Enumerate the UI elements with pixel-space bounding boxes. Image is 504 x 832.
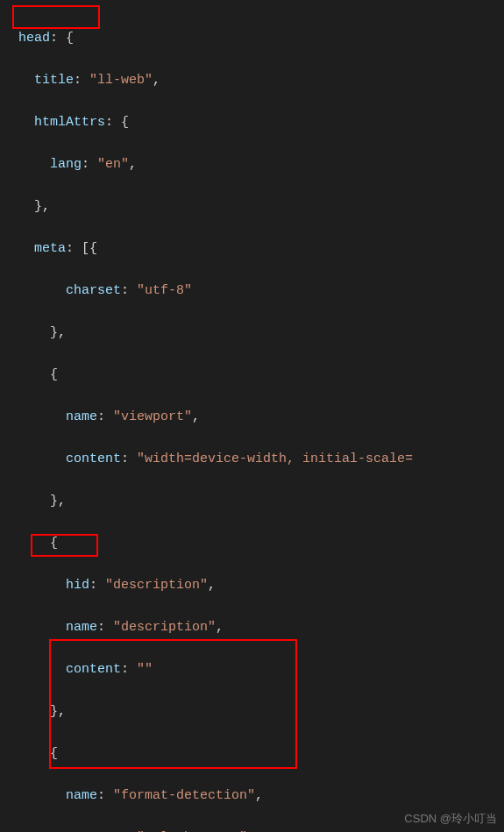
code-line: }, xyxy=(11,196,504,217)
code-line: { xyxy=(11,533,504,554)
code-line: }, xyxy=(11,701,504,722)
watermark-text: CSDN @玲小叮当 xyxy=(404,810,497,828)
code-line: }, xyxy=(11,491,504,512)
code-line: hid: "description", xyxy=(11,575,504,596)
code-editor[interactable]: head: { title: "ll-web", htmlAttrs: { la… xyxy=(0,7,504,832)
code-line: { xyxy=(11,365,504,386)
code-line: htmlAttrs: { xyxy=(11,112,504,133)
code-line: name: "description", xyxy=(11,617,504,638)
code-line: meta: [{ xyxy=(11,238,504,260)
code-line: head: { xyxy=(11,28,504,49)
code-line: { xyxy=(11,743,504,764)
code-line: content: "" xyxy=(11,659,504,680)
code-line: charset: "utf-8" xyxy=(11,281,504,302)
code-line: lang: "en", xyxy=(11,154,504,175)
code-line: name: "format-detection", xyxy=(11,786,504,807)
code-line: }, xyxy=(11,323,504,344)
code-line: title: "ll-web", xyxy=(11,70,504,91)
code-line: name: "viewport", xyxy=(11,407,504,428)
code-line: content: "width=device-width, initial-sc… xyxy=(11,449,504,470)
